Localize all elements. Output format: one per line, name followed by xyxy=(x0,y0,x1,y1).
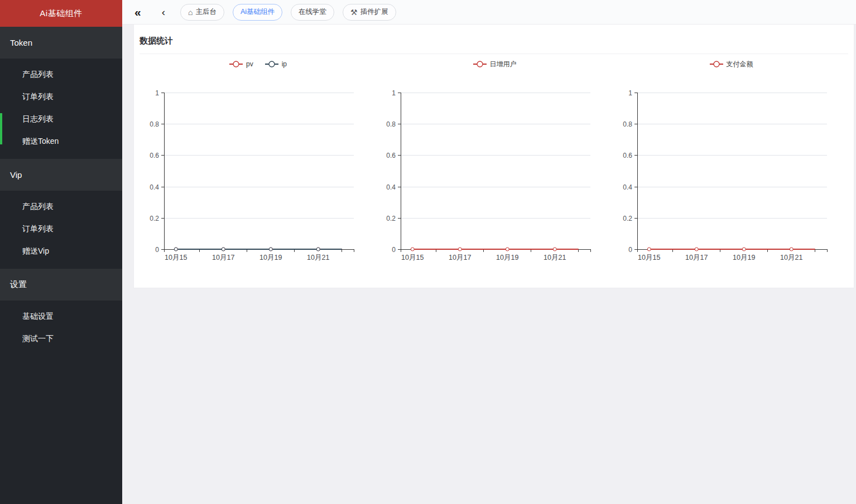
line-plot: 00.20.40.60.8110月1510月1710月1910月21 xyxy=(376,74,613,269)
sidebar-item-token-product-list[interactable]: 产品列表 xyxy=(0,63,122,85)
line-plot: 00.20.40.60.8110月1510月1710月1910月21 xyxy=(140,74,376,269)
svg-text:10月17: 10月17 xyxy=(685,254,708,261)
stats-card: 数据统计 pvip 00.20.40.60.8110月1510月1710月191… xyxy=(133,25,854,288)
legend-item-日增用户[interactable]: 日增用户 xyxy=(473,60,517,69)
tab-label: 插件扩展 xyxy=(360,7,388,17)
topbar: « ‹ ⌂ 主后台 Ai基础组件 在线学堂 ⚒ 插件扩展 xyxy=(122,0,856,25)
sidebar-menu-token: 产品列表 订单列表 日志列表 赠送Token xyxy=(0,59,122,159)
legend-item-pv[interactable]: pv xyxy=(229,60,253,68)
svg-text:10月17: 10月17 xyxy=(449,254,471,261)
svg-text:0.4: 0.4 xyxy=(150,183,159,191)
svg-text:0: 0 xyxy=(392,246,396,254)
sidebar-item-token-log-list[interactable]: 日志列表 xyxy=(0,108,122,130)
sidebar: Ai基础组件 Token 产品列表 订单列表 日志列表 赠送Token Vip … xyxy=(0,0,122,504)
tab-main-admin[interactable]: ⌂ 主后台 xyxy=(180,4,224,21)
tab-ai-base-component[interactable]: Ai基础组件 xyxy=(233,4,282,21)
sidebar-item-token-gift[interactable]: 赠送Token xyxy=(0,130,122,152)
svg-text:0.2: 0.2 xyxy=(386,215,396,222)
legend-label: 日增用户 xyxy=(490,60,517,69)
tab-label: 在线学堂 xyxy=(299,7,326,17)
line-series-marker-icon xyxy=(473,60,487,68)
sidebar-section-title-settings[interactable]: 设置 xyxy=(0,269,122,301)
sidebar-section-title-token[interactable]: Token xyxy=(0,27,122,59)
svg-text:10月15: 10月15 xyxy=(638,254,660,261)
svg-text:0.2: 0.2 xyxy=(623,215,632,222)
svg-text:0.8: 0.8 xyxy=(386,120,396,128)
svg-text:1: 1 xyxy=(155,89,159,97)
sidebar-item-vip-gift[interactable]: 赠送Vip xyxy=(0,240,122,262)
svg-text:10月19: 10月19 xyxy=(496,254,518,261)
line-plot: 00.20.40.60.8110月1510月1710月1910月21 xyxy=(613,74,849,269)
svg-text:1: 1 xyxy=(628,89,632,97)
sidebar-item-token-order-list[interactable]: 订单列表 xyxy=(0,85,122,108)
sidebar-item-test[interactable]: 测试一下 xyxy=(0,327,122,350)
tab-label: 主后台 xyxy=(195,7,217,17)
sidebar-active-indicator xyxy=(0,113,2,144)
sidebar-menu-settings: 基础设置 测试一下 xyxy=(0,301,122,356)
nav-tabs: ⌂ 主后台 Ai基础组件 在线学堂 ⚒ 插件扩展 xyxy=(180,4,396,21)
svg-text:10月19: 10月19 xyxy=(259,254,282,261)
svg-text:10月17: 10月17 xyxy=(212,254,234,261)
legend-label: ip xyxy=(282,60,287,68)
sidebar-section-token: Token 产品列表 订单列表 日志列表 赠送Token xyxy=(0,27,122,159)
chart-legend: 日增用户 xyxy=(376,54,613,74)
chart-payment-amount: 支付金额 00.20.40.60.8110月1510月1710月1910月21 xyxy=(613,54,849,269)
legend-item-ip[interactable]: ip xyxy=(265,60,287,68)
sidebar-section-settings: 设置 基础设置 测试一下 xyxy=(0,269,122,356)
sidebar-menu-vip: 产品列表 订单列表 赠送Vip xyxy=(0,191,122,269)
sidebar-item-vip-order-list[interactable]: 订单列表 xyxy=(0,217,122,240)
tools-icon: ⚒ xyxy=(350,8,358,16)
svg-text:10月15: 10月15 xyxy=(401,254,424,261)
svg-text:0.4: 0.4 xyxy=(623,183,632,191)
svg-text:10月21: 10月21 xyxy=(780,254,802,261)
svg-text:10月21: 10月21 xyxy=(307,254,329,261)
legend-label: 支付金额 xyxy=(727,60,753,69)
svg-text:0.6: 0.6 xyxy=(623,152,632,159)
sidebar-item-vip-product-list[interactable]: 产品列表 xyxy=(0,195,122,217)
chart-legend: pvip xyxy=(140,54,376,74)
svg-text:0: 0 xyxy=(155,246,159,254)
svg-text:0.4: 0.4 xyxy=(386,183,396,191)
legend-item-支付金额[interactable]: 支付金额 xyxy=(709,60,753,69)
charts-row: pvip 00.20.40.60.8110月1510月1710月1910月21 … xyxy=(134,54,854,269)
svg-text:0.6: 0.6 xyxy=(386,152,396,159)
svg-text:0.6: 0.6 xyxy=(150,152,159,159)
svg-text:10月19: 10月19 xyxy=(733,254,755,261)
line-series-marker-icon xyxy=(709,60,724,68)
chart-legend: 支付金额 xyxy=(613,54,849,74)
sidebar-item-basic-settings[interactable]: 基础设置 xyxy=(0,305,122,327)
svg-text:10月21: 10月21 xyxy=(544,254,566,261)
svg-text:0.8: 0.8 xyxy=(623,120,632,128)
content-area: 数据统计 pvip 00.20.40.60.8110月1510月1710月191… xyxy=(122,25,856,504)
tab-plugin-extension[interactable]: ⚒ 插件扩展 xyxy=(343,4,396,21)
panel-title: 数据统计 xyxy=(134,25,854,54)
collapse-sidebar-icon[interactable]: « xyxy=(134,6,141,18)
svg-text:0.8: 0.8 xyxy=(150,120,159,128)
app-logo: Ai基础组件 xyxy=(0,0,122,27)
home-icon: ⌂ xyxy=(188,8,193,16)
chart-daily-new-users: 日增用户 00.20.40.60.8110月1510月1710月1910月21 xyxy=(376,54,613,269)
svg-text:1: 1 xyxy=(392,89,396,97)
line-series-marker-icon xyxy=(229,60,243,68)
svg-text:0.2: 0.2 xyxy=(150,215,159,222)
line-series-marker-icon xyxy=(265,60,279,68)
tab-online-school[interactable]: 在线学堂 xyxy=(291,4,334,21)
svg-text:10月15: 10月15 xyxy=(165,254,187,261)
sidebar-section-vip: Vip 产品列表 订单列表 赠送Vip xyxy=(0,159,122,269)
svg-text:0: 0 xyxy=(628,246,632,254)
chart-pv-ip: pvip 00.20.40.60.8110月1510月1710月1910月21 xyxy=(140,54,376,269)
sidebar-section-title-vip[interactable]: Vip xyxy=(0,159,122,191)
legend-label: pv xyxy=(246,60,253,68)
back-icon[interactable]: ‹ xyxy=(162,7,165,17)
tab-label: Ai基础组件 xyxy=(241,7,275,17)
